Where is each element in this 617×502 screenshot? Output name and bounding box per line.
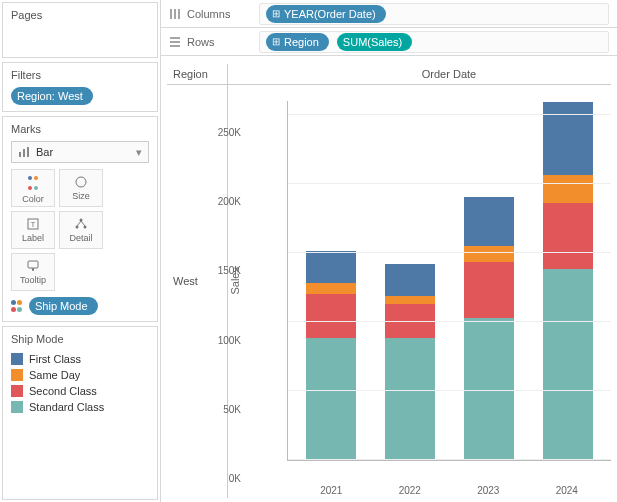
bar-segment[interactable] [385,264,435,296]
filters-title: Filters [11,69,149,81]
legend-item-first-class[interactable]: First Class [11,351,149,367]
rows-shelf[interactable]: Rows Region SUM(Sales) [161,28,617,56]
tooltip-icon [26,259,40,273]
rows-pill-sumsales-label: SUM(Sales) [343,35,402,49]
size-icon [74,175,88,189]
rows-pill-region-label: Region [284,35,319,49]
x-axis-ticks: 2021202220232024 [288,481,610,496]
bar-chart-icon [18,146,30,158]
bar-segment[interactable] [464,262,514,317]
gridline [288,459,611,460]
bar-segment[interactable] [543,269,593,460]
legend-label: Second Class [29,385,97,397]
bar-segment[interactable] [385,338,435,460]
bar-segment[interactable] [306,338,356,460]
marks-color-label: Color [22,194,44,204]
header-region-field: Region [167,64,227,84]
legend-item-same-day[interactable]: Same Day [11,367,149,383]
legend-title: Ship Mode [11,333,149,345]
gridline [288,183,611,184]
marks-label-button[interactable]: T Label [11,211,55,249]
marks-size-label: Size [72,191,90,201]
legend-item-standard-class[interactable]: Standard Class [11,399,149,415]
columns-shelf-label: Columns [169,8,249,20]
x-tick: 2024 [542,485,592,496]
bar-segment[interactable] [306,283,356,294]
y-tick: 50K [223,403,247,414]
marks-title: Marks [11,123,149,135]
marks-type-label: Bar [36,146,53,158]
bar-segment[interactable] [543,175,593,203]
marks-detail-button[interactable]: Detail [59,211,103,249]
marks-type-select[interactable]: Bar ▾ [11,141,149,163]
x-tick: 2021 [306,485,356,496]
y-tick: 250K [218,126,247,137]
marks-label-label: Label [22,233,44,243]
bar-column[interactable] [464,197,514,460]
marks-size-button[interactable]: Size [59,169,103,207]
columns-pill-area[interactable]: YEAR(Order Date) [259,3,609,25]
bar-column[interactable] [306,251,356,460]
pages-title: Pages [11,9,149,21]
main: Columns YEAR(Order Date) Rows Region SUM… [160,0,617,502]
rows-shelf-label: Rows [169,36,249,48]
viz-area: Region Order Date West Sales 0K50K100K15… [161,56,617,502]
bar-column[interactable] [385,264,435,461]
gridline [288,252,611,253]
legend-swatch [11,369,23,381]
filter-pill-region[interactable]: Region: West [11,87,93,105]
legend-item-second-class[interactable]: Second Class [11,383,149,399]
svg-text:T: T [31,220,36,229]
svg-rect-0 [19,152,21,157]
bar-segment[interactable] [543,102,593,175]
detail-icon [74,217,88,231]
gridline [288,114,611,115]
legend-swatch [11,385,23,397]
color-encoding-pill[interactable]: Ship Mode [29,297,98,315]
color-dots-icon [11,300,23,312]
y-tick: 0K [229,473,247,484]
columns-pill-year[interactable]: YEAR(Order Date) [266,5,386,23]
legend-label: Standard Class [29,401,104,413]
columns-icon [169,8,181,20]
bar-segment[interactable] [306,251,356,283]
label-icon: T [26,217,40,231]
bar-segment[interactable] [306,294,356,338]
bar-segment[interactable] [464,318,514,461]
legend-label: First Class [29,353,81,365]
legend-card: Ship Mode First Class Same Day Second Cl… [2,326,158,500]
columns-label-text: Columns [187,8,230,20]
plot-area[interactable] [287,101,611,461]
bar-segment[interactable] [385,296,435,304]
bar-column[interactable] [543,102,593,461]
marks-tooltip-button[interactable]: Tooltip [11,253,55,291]
marks-buttons: Color Size T Label Detail Tooltip [11,169,149,291]
y-tick: 150K [218,265,247,276]
rows-pill-area[interactable]: Region SUM(Sales) [259,31,609,53]
legend-swatch [11,401,23,413]
color-encoding-row[interactable]: Ship Mode [11,297,149,315]
rows-pill-sumsales[interactable]: SUM(Sales) [337,33,412,51]
x-tick: 2022 [385,485,435,496]
svg-rect-1 [23,149,25,157]
legend-swatch [11,353,23,365]
marks-tooltip-label: Tooltip [20,275,46,285]
y-axis-ticks: 0K50K100K150K200K250K [247,84,287,478]
pages-shelf[interactable]: Pages [2,2,158,58]
marks-color-button[interactable]: Color [11,169,55,207]
bar-segment[interactable] [543,203,593,269]
bar-segment[interactable] [464,246,514,263]
marks-card: Marks Bar ▾ Color Size T Label [2,116,158,322]
chevron-down-icon: ▾ [136,146,142,159]
bar-segment[interactable] [464,197,514,245]
filters-shelf[interactable]: Filters Region: West [2,62,158,112]
y-tick: 200K [218,196,247,207]
svg-point-3 [76,177,86,187]
rows-pill-region[interactable]: Region [266,33,329,51]
columns-shelf[interactable]: Columns YEAR(Order Date) [161,0,617,28]
color-encoding-pill-label: Ship Mode [35,299,88,313]
header-order-date: Order Date [287,64,611,84]
viz-table: Region Order Date West Sales 0K50K100K15… [167,64,611,498]
svg-rect-9 [28,261,38,268]
sidebar: Pages Filters Region: West Marks Bar ▾ C… [0,0,160,502]
